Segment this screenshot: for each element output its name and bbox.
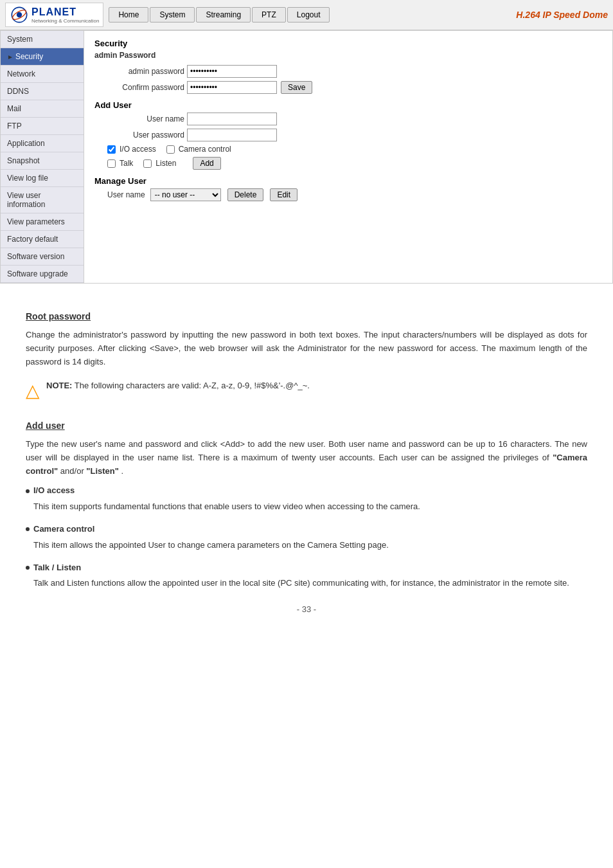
talk-listen-section: Talk / Listen Talk and Listen functions … (26, 561, 587, 591)
note-box: △ NOTE: The following characters are val… (26, 379, 587, 406)
manage-user-select[interactable]: -- no user -- (150, 188, 221, 201)
logo-area: PLANET Networking & Communication (5, 3, 103, 27)
nav-streaming-button[interactable]: Streaming (196, 7, 251, 23)
user-name-input[interactable] (187, 113, 277, 125)
save-button[interactable]: Save (281, 81, 312, 94)
sidebar-item-ftp[interactable]: FTP (1, 118, 84, 135)
manage-user-name-label: User name (107, 190, 145, 199)
io-access-bullet-title: I/O access (26, 484, 587, 498)
camera-control-label: Camera control (179, 145, 231, 154)
io-access-row: I/O access Camera control (94, 145, 602, 154)
camera-control-section: Camera control This item allows the appo… (26, 523, 587, 552)
brand-sub: Networking & Communication (31, 18, 99, 24)
sidebar-security-label: Security (15, 52, 43, 61)
user-password-input[interactable] (187, 129, 277, 141)
sidebar-item-factorydefault[interactable]: Factory default (1, 231, 84, 248)
user-name-row: User name (94, 113, 602, 125)
add-user-andor: and/or (60, 466, 86, 476)
nav-logout-button[interactable]: Logout (287, 7, 330, 23)
listen-label: Listen (155, 159, 176, 168)
add-user-button[interactable]: Add (193, 157, 220, 170)
add-user-listen-bold: "Listen" (86, 466, 119, 476)
camera-control-bullet-label: Camera control (33, 523, 94, 536)
sidebar-item-network[interactable]: Network (1, 66, 84, 83)
add-user-section-title: Add user (26, 419, 587, 433)
confirm-password-label: Confirm password (107, 83, 184, 92)
security-content: Security admin Password admin password C… (84, 31, 612, 283)
camera-control-checkbox[interactable] (166, 145, 175, 154)
sidebar-item-softwareversion[interactable]: Software version (1, 248, 84, 266)
sidebar-item-viewuserinfo[interactable]: View user information (1, 187, 84, 213)
admin-password-input[interactable] (187, 65, 277, 78)
main-layout: System ► Security Network DDNS Mail FTP … (0, 30, 613, 284)
sidebar-item-ddns[interactable]: DDNS (1, 83, 84, 100)
io-access-checkbox[interactable] (107, 145, 116, 154)
talk-listen-bullet-title: Talk / Listen (26, 561, 587, 575)
doc-area: Root password Change the administrator's… (0, 284, 613, 629)
logo-text: PLANET Networking & Communication (31, 6, 99, 24)
camera-control-bullet-title: Camera control (26, 523, 587, 536)
io-access-bullet-label: I/O access (33, 484, 75, 498)
note-text: NOTE: The following characters are valid… (46, 379, 310, 393)
page-number: - 33 - (26, 603, 587, 617)
add-user-title: Add User (94, 100, 602, 110)
io-access-label: I/O access (120, 145, 156, 154)
confirm-password-row: Confirm password Save (94, 81, 602, 94)
user-name-label: User name (107, 114, 184, 123)
root-password-para: Change the administrator's password by i… (26, 329, 587, 368)
bullet-dot-camera (26, 527, 30, 531)
sidebar-item-application[interactable]: Application (1, 135, 84, 152)
svg-point-2 (17, 12, 22, 17)
sidebar: System ► Security Network DDNS Mail FTP … (1, 31, 84, 283)
io-access-para: This item supports fundamental functions… (26, 500, 587, 514)
sidebar-item-system[interactable]: System (1, 31, 84, 48)
talk-listen-bullet-label: Talk / Listen (33, 561, 81, 575)
sidebar-item-mail[interactable]: Mail (1, 100, 84, 118)
sidebar-arrow-icon: ► (7, 53, 13, 60)
security-title: Security (94, 39, 602, 48)
listen-checkbox[interactable] (143, 159, 152, 168)
brand-name: PLANET (31, 6, 99, 18)
sidebar-item-viewlogfile[interactable]: View log file (1, 170, 84, 187)
delete-button[interactable]: Delete (227, 188, 264, 201)
admin-password-subtitle: admin Password (94, 51, 602, 60)
nav-ptz-button[interactable]: PTZ (252, 7, 286, 23)
root-password-section-title: Root password (26, 309, 587, 323)
sidebar-item-snapshot[interactable]: Snapshot (1, 152, 84, 170)
admin-password-label: admin password (107, 67, 184, 76)
sidebar-item-softwareupgrade[interactable]: Software upgrade (1, 266, 84, 283)
talk-checkbox[interactable] (107, 159, 116, 168)
nav-system-button[interactable]: System (150, 7, 195, 23)
camera-control-para: This item allows the appointed User to c… (26, 539, 587, 552)
bullet-dot-io (26, 489, 30, 493)
io-access-section: I/O access This item supports fundamenta… (26, 484, 587, 514)
manage-user-title: Manage User (94, 176, 602, 186)
user-password-row: User password (94, 129, 602, 141)
user-password-label: User password (107, 131, 184, 140)
manage-user-row: User name -- no user -- Delete Edit (94, 188, 602, 201)
planet-logo-icon (10, 5, 29, 24)
nav-home-button[interactable]: Home (109, 7, 148, 23)
note-label: NOTE: (46, 381, 72, 390)
sidebar-item-security[interactable]: ► Security (1, 48, 84, 66)
admin-password-row: admin password (94, 65, 602, 78)
bullet-dot-talk (26, 566, 30, 570)
add-user-para: Type the new user's name and password an… (26, 438, 587, 478)
talk-listen-row: Talk Listen Add (94, 157, 602, 170)
warning-icon: △ (26, 377, 40, 406)
note-body: The following characters are valid: A-Z,… (75, 381, 310, 390)
add-user-para-text: Type the new user's name and password an… (26, 439, 587, 462)
confirm-password-input[interactable] (187, 81, 277, 94)
product-title: H.264 IP Speed Dome (516, 10, 608, 20)
talk-listen-para: Talk and Listen functions allow the appo… (26, 577, 587, 590)
nav-buttons: Home System Streaming PTZ Logout (109, 7, 330, 23)
add-user-period: . (121, 466, 124, 476)
sidebar-item-viewparams[interactable]: View parameters (1, 213, 84, 231)
edit-button[interactable]: Edit (270, 188, 298, 201)
talk-label: Talk (120, 159, 133, 168)
top-nav: PLANET Networking & Communication Home S… (0, 0, 613, 30)
